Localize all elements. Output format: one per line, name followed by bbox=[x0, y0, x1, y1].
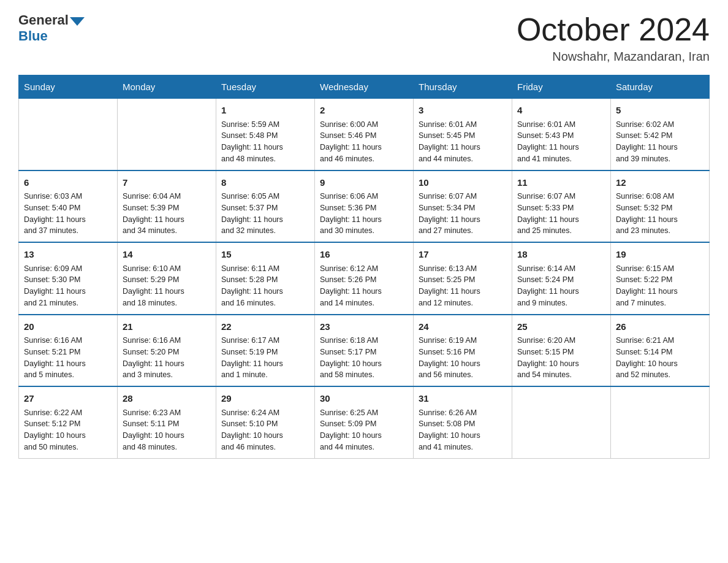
calendar-cell: 26Sunrise: 6:21 AMSunset: 5:14 PMDayligh… bbox=[611, 315, 710, 387]
day-number: 3 bbox=[419, 104, 507, 118]
calendar-cell: 16Sunrise: 6:12 AMSunset: 5:26 PMDayligh… bbox=[315, 242, 414, 315]
calendar-cell: 28Sunrise: 6:23 AMSunset: 5:11 PMDayligh… bbox=[118, 386, 216, 458]
day-info: Sunrise: 6:06 AMSunset: 5:36 PMDaylight:… bbox=[320, 191, 408, 237]
day-number: 8 bbox=[221, 176, 309, 190]
calendar-cell: 9Sunrise: 6:06 AMSunset: 5:36 PMDaylight… bbox=[315, 170, 414, 243]
logo-arrow-icon bbox=[70, 17, 85, 26]
title-block: October 2024 Nowshahr, Mazandaran, Iran bbox=[517, 12, 710, 64]
weekday-header-tuesday: Tuesday bbox=[216, 75, 315, 99]
day-number: 16 bbox=[320, 248, 408, 262]
day-number: 13 bbox=[24, 248, 112, 262]
calendar-cell: 20Sunrise: 6:16 AMSunset: 5:21 PMDayligh… bbox=[19, 315, 118, 387]
calendar-cell: 19Sunrise: 6:15 AMSunset: 5:22 PMDayligh… bbox=[611, 242, 710, 315]
location-text: Nowshahr, Mazandaran, Iran bbox=[517, 50, 710, 64]
day-number: 12 bbox=[616, 176, 704, 190]
calendar-cell: 12Sunrise: 6:08 AMSunset: 5:32 PMDayligh… bbox=[611, 170, 710, 243]
calendar-week-row: 6Sunrise: 6:03 AMSunset: 5:40 PMDaylight… bbox=[19, 170, 710, 243]
day-info: Sunrise: 6:04 AMSunset: 5:39 PMDaylight:… bbox=[123, 191, 211, 237]
day-info: Sunrise: 6:25 AMSunset: 5:09 PMDaylight:… bbox=[320, 407, 408, 453]
calendar-week-row: 13Sunrise: 6:09 AMSunset: 5:30 PMDayligh… bbox=[19, 242, 710, 315]
calendar-cell: 7Sunrise: 6:04 AMSunset: 5:39 PMDaylight… bbox=[118, 170, 216, 243]
day-number: 10 bbox=[419, 176, 507, 190]
logo-general-text: General bbox=[18, 12, 69, 28]
day-info: Sunrise: 6:14 AMSunset: 5:24 PMDaylight:… bbox=[517, 263, 605, 309]
day-number: 1 bbox=[221, 104, 309, 118]
calendar-cell: 24Sunrise: 6:19 AMSunset: 5:16 PMDayligh… bbox=[414, 315, 512, 387]
day-info: Sunrise: 6:13 AMSunset: 5:25 PMDaylight:… bbox=[419, 263, 507, 309]
calendar-cell: 6Sunrise: 6:03 AMSunset: 5:40 PMDaylight… bbox=[19, 170, 118, 243]
day-info: Sunrise: 6:07 AMSunset: 5:34 PMDaylight:… bbox=[419, 191, 507, 237]
day-number: 31 bbox=[419, 392, 507, 406]
calendar-cell: 21Sunrise: 6:16 AMSunset: 5:20 PMDayligh… bbox=[118, 315, 216, 387]
day-info: Sunrise: 6:21 AMSunset: 5:14 PMDaylight:… bbox=[616, 335, 704, 381]
page-header: General Blue October 2024 Nowshahr, Maza… bbox=[18, 12, 710, 64]
day-info: Sunrise: 6:00 AMSunset: 5:46 PMDaylight:… bbox=[320, 119, 408, 165]
calendar-cell: 17Sunrise: 6:13 AMSunset: 5:25 PMDayligh… bbox=[414, 242, 512, 315]
weekday-header-friday: Friday bbox=[512, 75, 611, 99]
calendar-cell: 22Sunrise: 6:17 AMSunset: 5:19 PMDayligh… bbox=[216, 315, 315, 387]
day-number: 25 bbox=[517, 320, 605, 334]
day-info: Sunrise: 5:59 AMSunset: 5:48 PMDaylight:… bbox=[221, 119, 309, 165]
day-number: 21 bbox=[123, 320, 211, 334]
day-info: Sunrise: 6:16 AMSunset: 5:21 PMDaylight:… bbox=[24, 335, 112, 381]
calendar-cell bbox=[611, 386, 710, 458]
calendar-cell: 4Sunrise: 6:01 AMSunset: 5:43 PMDaylight… bbox=[512, 99, 611, 170]
day-info: Sunrise: 6:10 AMSunset: 5:29 PMDaylight:… bbox=[123, 263, 211, 309]
day-number: 9 bbox=[320, 176, 408, 190]
weekday-header-sunday: Sunday bbox=[19, 75, 118, 99]
day-info: Sunrise: 6:11 AMSunset: 5:28 PMDaylight:… bbox=[221, 263, 309, 309]
day-info: Sunrise: 6:17 AMSunset: 5:19 PMDaylight:… bbox=[221, 335, 309, 381]
calendar-cell: 23Sunrise: 6:18 AMSunset: 5:17 PMDayligh… bbox=[315, 315, 414, 387]
day-number: 17 bbox=[419, 248, 507, 262]
weekday-header-monday: Monday bbox=[118, 75, 216, 99]
calendar-cell: 5Sunrise: 6:02 AMSunset: 5:42 PMDaylight… bbox=[611, 99, 710, 170]
calendar-cell: 10Sunrise: 6:07 AMSunset: 5:34 PMDayligh… bbox=[414, 170, 512, 243]
day-number: 20 bbox=[24, 320, 112, 334]
day-number: 14 bbox=[123, 248, 211, 262]
day-number: 23 bbox=[320, 320, 408, 334]
day-info: Sunrise: 6:03 AMSunset: 5:40 PMDaylight:… bbox=[24, 191, 112, 237]
calendar-cell: 13Sunrise: 6:09 AMSunset: 5:30 PMDayligh… bbox=[19, 242, 118, 315]
day-info: Sunrise: 6:01 AMSunset: 5:43 PMDaylight:… bbox=[517, 119, 605, 165]
calendar-cell bbox=[118, 99, 216, 170]
calendar-week-row: 20Sunrise: 6:16 AMSunset: 5:21 PMDayligh… bbox=[19, 315, 710, 387]
day-info: Sunrise: 6:12 AMSunset: 5:26 PMDaylight:… bbox=[320, 263, 408, 309]
day-info: Sunrise: 6:24 AMSunset: 5:10 PMDaylight:… bbox=[221, 407, 309, 453]
day-info: Sunrise: 6:15 AMSunset: 5:22 PMDaylight:… bbox=[616, 263, 704, 309]
calendar-cell: 30Sunrise: 6:25 AMSunset: 5:09 PMDayligh… bbox=[315, 386, 414, 458]
day-number: 27 bbox=[24, 392, 112, 406]
day-number: 28 bbox=[123, 392, 211, 406]
day-number: 18 bbox=[517, 248, 605, 262]
day-info: Sunrise: 6:09 AMSunset: 5:30 PMDaylight:… bbox=[24, 263, 112, 309]
weekday-header-row: SundayMondayTuesdayWednesdayThursdayFrid… bbox=[19, 75, 710, 99]
calendar-cell: 3Sunrise: 6:01 AMSunset: 5:45 PMDaylight… bbox=[414, 99, 512, 170]
calendar-cell bbox=[512, 386, 611, 458]
weekday-header-wednesday: Wednesday bbox=[315, 75, 414, 99]
day-number: 26 bbox=[616, 320, 704, 334]
weekday-header-saturday: Saturday bbox=[611, 75, 710, 99]
calendar-cell: 29Sunrise: 6:24 AMSunset: 5:10 PMDayligh… bbox=[216, 386, 315, 458]
day-info: Sunrise: 6:07 AMSunset: 5:33 PMDaylight:… bbox=[517, 191, 605, 237]
day-number: 29 bbox=[221, 392, 309, 406]
calendar-cell bbox=[19, 99, 118, 170]
calendar-cell: 31Sunrise: 6:26 AMSunset: 5:08 PMDayligh… bbox=[414, 386, 512, 458]
day-info: Sunrise: 6:22 AMSunset: 5:12 PMDaylight:… bbox=[24, 407, 112, 453]
calendar-cell: 2Sunrise: 6:00 AMSunset: 5:46 PMDaylight… bbox=[315, 99, 414, 170]
month-title: October 2024 bbox=[517, 12, 710, 47]
calendar-cell: 11Sunrise: 6:07 AMSunset: 5:33 PMDayligh… bbox=[512, 170, 611, 243]
day-number: 6 bbox=[24, 176, 112, 190]
calendar-week-row: 1Sunrise: 5:59 AMSunset: 5:48 PMDaylight… bbox=[19, 99, 710, 170]
day-number: 22 bbox=[221, 320, 309, 334]
day-info: Sunrise: 6:01 AMSunset: 5:45 PMDaylight:… bbox=[419, 119, 507, 165]
calendar-cell: 18Sunrise: 6:14 AMSunset: 5:24 PMDayligh… bbox=[512, 242, 611, 315]
calendar-cell: 27Sunrise: 6:22 AMSunset: 5:12 PMDayligh… bbox=[19, 386, 118, 458]
day-info: Sunrise: 6:23 AMSunset: 5:11 PMDaylight:… bbox=[123, 407, 211, 453]
day-number: 4 bbox=[517, 104, 605, 118]
weekday-header-thursday: Thursday bbox=[414, 75, 512, 99]
day-number: 30 bbox=[320, 392, 408, 406]
calendar-cell: 1Sunrise: 5:59 AMSunset: 5:48 PMDaylight… bbox=[216, 99, 315, 170]
calendar-table: SundayMondayTuesdayWednesdayThursdayFrid… bbox=[18, 75, 710, 459]
calendar-cell: 15Sunrise: 6:11 AMSunset: 5:28 PMDayligh… bbox=[216, 242, 315, 315]
day-number: 11 bbox=[517, 176, 605, 190]
day-number: 7 bbox=[123, 176, 211, 190]
